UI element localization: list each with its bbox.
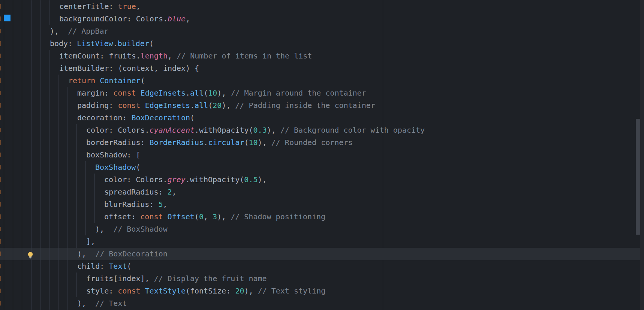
indent-guide bbox=[49, 124, 49, 136]
code-line[interactable]: centerTitle: true, bbox=[0, 0, 640, 13]
code-segment: ( bbox=[195, 212, 199, 221]
code-text: ), // BoxShadow bbox=[95, 223, 168, 235]
indent-guide bbox=[49, 13, 49, 25]
indent-guide bbox=[40, 211, 40, 223]
code-text: padding: const EdgeInsets.all(20), // Pa… bbox=[77, 99, 375, 112]
indent-guide bbox=[22, 149, 22, 161]
indent-guide bbox=[13, 75, 13, 87]
code-line[interactable]: boxShadow: [ bbox=[0, 149, 640, 161]
indent-guide bbox=[22, 174, 22, 186]
indent-guide bbox=[40, 198, 40, 211]
code-text: centerTitle: true, bbox=[59, 0, 141, 13]
code-line[interactable]: itemCount: fruits.length, // Number of i… bbox=[0, 50, 640, 62]
lightbulb-icon[interactable] bbox=[27, 250, 34, 258]
code-segment: // Padding inside the container bbox=[235, 101, 375, 110]
indent-guide bbox=[4, 198, 4, 211]
code-segment: ( bbox=[204, 88, 208, 97]
code-segment bbox=[163, 212, 168, 221]
code-line[interactable]: ), // Text bbox=[0, 297, 640, 310]
gutter-mark bbox=[0, 140, 1, 145]
code-segment: const bbox=[118, 286, 140, 295]
code-line[interactable]: ), // BoxShadow bbox=[0, 223, 640, 235]
code-line[interactable]: style: const TextStyle(fontSize: 20), //… bbox=[0, 285, 640, 297]
code-segment: .withOpacity( bbox=[186, 175, 244, 184]
code-line[interactable]: fruits[index], // Display the fruit name bbox=[0, 273, 640, 285]
indent-guide bbox=[31, 149, 31, 161]
indent-guide bbox=[58, 112, 58, 124]
indent-guide bbox=[58, 87, 58, 99]
gutter-mark bbox=[0, 252, 1, 256]
indent-guide bbox=[13, 260, 13, 273]
code-segment: BorderRadius bbox=[150, 138, 204, 147]
code-segment: ( bbox=[136, 163, 140, 172]
code-segment: body: bbox=[50, 39, 77, 48]
code-editor[interactable]: centerTitle: true,backgroundColor: Color… bbox=[0, 0, 644, 310]
code-segment: centerTitle: bbox=[59, 2, 118, 11]
indent-guide bbox=[31, 37, 31, 50]
code-segment: Container bbox=[100, 76, 140, 85]
code-line[interactable]: backgroundColor: Colors.blue, bbox=[0, 13, 640, 25]
code-segment: 20 bbox=[235, 286, 244, 295]
indent-guide bbox=[31, 136, 31, 149]
code-line[interactable]: color: Colors.grey.withOpacity(0.5), bbox=[0, 174, 640, 186]
indent-guide bbox=[58, 285, 58, 297]
indent-guide bbox=[58, 161, 58, 174]
code-segment: padding: bbox=[77, 101, 118, 110]
indent-guide bbox=[13, 211, 13, 223]
code-line[interactable]: color: Colors.cyanAccent.withOpacity(0.3… bbox=[0, 124, 640, 136]
code-line[interactable]: itemBuilder: (context, index) { bbox=[0, 62, 640, 75]
indent-guide bbox=[31, 211, 31, 223]
code-segment: , bbox=[204, 212, 213, 221]
indent-guide bbox=[13, 186, 13, 198]
indent-guide bbox=[31, 75, 31, 87]
code-segment: ), bbox=[77, 299, 86, 308]
code-line[interactable]: margin: const EdgeInsets.all(10), // Mar… bbox=[0, 87, 640, 99]
code-segment: ( bbox=[208, 101, 213, 110]
indent-guide bbox=[94, 198, 95, 211]
indent-guide bbox=[67, 112, 67, 124]
code-line[interactable]: ], bbox=[0, 235, 640, 248]
indent-guide bbox=[49, 87, 49, 99]
code-segment: EdgeInsets bbox=[141, 88, 186, 97]
code-segment bbox=[141, 286, 145, 295]
gutter-mark bbox=[0, 4, 1, 9]
indent-guide bbox=[76, 273, 77, 285]
code-line[interactable]: return Container( bbox=[0, 75, 640, 87]
indent-guide bbox=[4, 87, 4, 99]
indent-guide bbox=[13, 285, 13, 297]
code-segment: BoxDecoration bbox=[132, 113, 190, 122]
indent-guide bbox=[4, 285, 4, 297]
indent-guide bbox=[67, 124, 67, 136]
indent-guide bbox=[40, 13, 40, 25]
code-segment: // Number of items in the list bbox=[177, 51, 312, 60]
code-line[interactable]: ), // AppBar bbox=[0, 25, 640, 37]
code-text: BoxShadow( bbox=[95, 161, 140, 174]
indent-guide bbox=[22, 248, 22, 260]
code-line[interactable]: blurRadius: 5, bbox=[0, 198, 640, 211]
code-line[interactable]: child: Text( bbox=[0, 260, 640, 273]
indent-guide bbox=[4, 161, 4, 174]
indent-guide bbox=[22, 13, 22, 25]
code-line[interactable]: decoration: BoxDecoration( bbox=[0, 112, 640, 124]
color-swatch[interactable] bbox=[4, 15, 10, 21]
indent-guide bbox=[67, 99, 67, 112]
indent-guide bbox=[67, 223, 67, 235]
indent-guide bbox=[67, 186, 67, 198]
code-segment: , bbox=[168, 51, 177, 60]
code-line[interactable]: borderRadius: BorderRadius.circular(10),… bbox=[0, 136, 640, 149]
code-segment: , bbox=[172, 187, 177, 196]
code-line[interactable]: body: ListView.builder( bbox=[0, 37, 640, 50]
indent-guide bbox=[76, 186, 77, 198]
code-line[interactable]: BoxShadow( bbox=[0, 161, 640, 174]
code-segment: 0.3 bbox=[253, 126, 267, 135]
code-line[interactable]: ), // BoxDecoration bbox=[0, 248, 640, 260]
indent-guide bbox=[49, 99, 49, 112]
code-segment: ), bbox=[217, 88, 231, 97]
indent-guide bbox=[85, 161, 86, 174]
gutter-mark bbox=[0, 276, 1, 281]
scrollbar-thumb[interactable] bbox=[636, 119, 640, 235]
indent-guide bbox=[22, 136, 22, 149]
code-line[interactable]: padding: const EdgeInsets.all(20), // Pa… bbox=[0, 99, 640, 112]
code-line[interactable]: offset: const Offset(0, 3), // Shadow po… bbox=[0, 211, 640, 223]
code-line[interactable]: spreadRadius: 2, bbox=[0, 186, 640, 198]
